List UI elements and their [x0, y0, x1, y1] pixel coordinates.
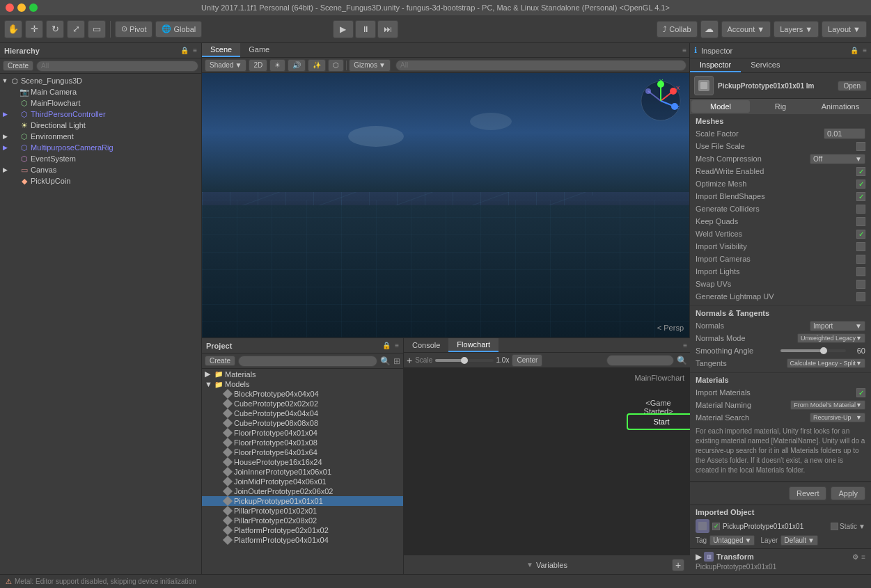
minimize-button[interactable] — [17, 3, 26, 12]
project-item-house[interactable]: HousePrototype16x16x24 — [202, 457, 403, 467]
hierarchy-create-button[interactable]: Create — [3, 61, 33, 71]
hierarchy-lock[interactable]: 🔒 — [180, 47, 189, 54]
project-item-joinmid[interactable]: JoinMidPrototype04x06x01 — [202, 477, 403, 486]
transform-settings-icon[interactable]: ⚙ — [852, 553, 858, 561]
import-materials-checkbox[interactable]: ✓ — [856, 388, 865, 397]
center-button[interactable]: Center — [512, 354, 542, 367]
project-search-icon[interactable]: 🔍 — [380, 356, 391, 366]
material-search-dropdown[interactable]: Recursive-Up ▼ — [810, 413, 865, 422]
hand-tool-button[interactable]: ✋ — [4, 20, 22, 38]
project-item-joinouter[interactable]: JoinOuterPrototype02x06x02 — [202, 486, 403, 496]
inspector-tab[interactable]: Inspector — [690, 58, 741, 72]
layers-button[interactable]: Layers ▼ — [774, 21, 819, 38]
flowchart-add-button[interactable]: + — [407, 355, 412, 366]
read-write-checkbox[interactable]: ✓ — [856, 167, 865, 176]
close-button[interactable] — [6, 3, 14, 12]
generate-lightmap-checkbox[interactable] — [856, 292, 865, 301]
lighting-button[interactable]: ☀ — [269, 59, 285, 72]
services-tab[interactable]: Services — [741, 58, 790, 72]
flowchart-start-node[interactable]: Start — [627, 413, 690, 430]
scale-slider[interactable] — [435, 359, 493, 362]
keep-quads-checkbox[interactable] — [856, 217, 865, 226]
scene-search-input[interactable] — [395, 60, 686, 71]
model-tab[interactable]: Model — [691, 100, 750, 113]
project-item-platform04[interactable]: PlatformPrototype04x01x04 — [202, 535, 403, 545]
hierarchy-item-pickupcoin[interactable]: ▶ ◆ PickUpCoin — [0, 175, 201, 186]
flowchart-tab[interactable]: Flowchart — [448, 338, 499, 352]
project-item-block[interactable]: BlockPrototype04x04x04 — [202, 389, 403, 399]
static-dropdown-icon[interactable]: ▼ — [858, 523, 865, 530]
step-button[interactable]: ⏭ — [377, 20, 398, 38]
project-create-button[interactable]: Create — [205, 356, 235, 366]
hierarchy-item-environment[interactable]: ▶ ⬡ Environment — [0, 131, 201, 142]
transform-menu[interactable]: ≡ — [861, 553, 865, 561]
weld-vertices-checkbox[interactable]: ✓ — [856, 230, 865, 239]
hierarchy-item-eventsystem[interactable]: ▶ ⬡ EventSystem — [0, 153, 201, 164]
apply-button[interactable]: Apply — [831, 486, 865, 500]
project-filter-icon[interactable]: ⊞ — [393, 356, 400, 366]
scene-gizmo[interactable]: X Y Z — [638, 79, 684, 124]
project-item-cube02[interactable]: CubePrototype02x02x02 — [202, 399, 403, 408]
flowchart-search-icon[interactable]: 🔍 — [677, 356, 687, 365]
hierarchy-menu[interactable]: ≡ — [193, 47, 197, 54]
project-item-cube04[interactable]: CubePrototype04x04x04 — [202, 408, 403, 418]
project-menu[interactable]: ≡ — [395, 342, 399, 349]
scale-tool-button[interactable]: ⤢ — [67, 20, 85, 38]
project-item-models[interactable]: ▼ 📁 Models — [202, 379, 403, 389]
tangents-dropdown[interactable]: Calculate Legacy - Split ▼ — [787, 358, 865, 368]
hierarchy-item-scene[interactable]: ▼ ⬡ Scene_Fungus3D — [0, 75, 201, 86]
scene-tab[interactable]: Scene — [202, 43, 240, 57]
global-button[interactable]: 🌐 Global — [155, 21, 202, 38]
audio-button[interactable]: 🔊 — [288, 59, 306, 72]
generate-colliders-checkbox[interactable] — [856, 205, 865, 214]
hierarchy-item-mainflowchart[interactable]: ▶ ⬡ MainFlowchart — [0, 97, 201, 109]
import-visibility-checkbox[interactable] — [856, 242, 865, 251]
hierarchy-search-input[interactable] — [36, 61, 198, 72]
import-cameras-checkbox[interactable] — [856, 255, 865, 264]
animations-tab[interactable]: Animations — [811, 100, 870, 113]
use-file-scale-checkbox[interactable] — [856, 142, 865, 151]
console-tab[interactable]: Console — [404, 339, 448, 351]
revert-button[interactable]: Revert — [789, 486, 826, 500]
play-button[interactable]: ▶ — [333, 20, 354, 38]
static-checkbox[interactable] — [831, 523, 838, 530]
project-lock[interactable]: 🔒 — [382, 342, 391, 349]
maximize-button[interactable] — [29, 3, 38, 12]
game-tab[interactable]: Game — [240, 43, 278, 57]
collab-button[interactable]: ⤴ Collab — [657, 21, 697, 38]
flowchart-search-input[interactable] — [606, 355, 674, 366]
mesh-compression-dropdown[interactable]: Off ▼ — [810, 154, 865, 164]
variables-add-button[interactable]: + — [672, 559, 684, 571]
project-item-floor08[interactable]: FloorPrototype04x01x08 — [202, 438, 403, 447]
shading-mode-button[interactable]: Shaded ▼ — [205, 59, 246, 72]
optimize-mesh-checkbox[interactable]: ✓ — [856, 180, 865, 189]
material-naming-dropdown[interactable]: From Model's Material ▼ — [790, 400, 865, 410]
pivot-button[interactable]: ⊙ Pivot — [115, 21, 152, 38]
scene-panel-menu[interactable]: ≡ — [682, 47, 686, 54]
move-tool-button[interactable]: ✛ — [25, 20, 43, 38]
inspector-lock[interactable]: 🔒 — [850, 47, 858, 54]
project-item-platform02[interactable]: PlatformPrototype02x01x02 — [202, 525, 403, 535]
project-item-materials[interactable]: ▶ 📁 Materials — [202, 369, 403, 379]
fx-button[interactable]: ✨ — [308, 59, 326, 72]
hierarchy-item-thirdperson[interactable]: ▶ ⬡ ThirdPersonController — [0, 109, 201, 120]
project-item-floor04[interactable]: FloorPrototype04x01x04 — [202, 428, 403, 438]
rotate-tool-button[interactable]: ↻ — [46, 20, 64, 38]
cf-panel-menu[interactable]: ≡ — [683, 342, 687, 349]
2d-button[interactable]: 2D — [249, 59, 267, 72]
project-item-pillar02[interactable]: PillarPrototype02x08x02 — [202, 516, 403, 525]
imported-object-checkbox[interactable]: ✓ — [712, 523, 720, 530]
smoothing-thumb[interactable] — [820, 347, 827, 354]
hierarchy-item-multipurpose[interactable]: ▶ ⬡ MultipurposeCameraRig — [0, 142, 201, 153]
pause-button[interactable]: ⏸ — [355, 20, 376, 38]
project-item-pillar01[interactable]: PillarPrototype01x02x01 — [202, 506, 403, 516]
rect-tool-button[interactable]: ▭ — [88, 20, 106, 38]
layout-button[interactable]: Layout ▼ — [822, 21, 867, 38]
cloud-button[interactable]: ☁ — [700, 20, 719, 38]
project-item-joininner[interactable]: JoinInnerPrototype01x06x01 — [202, 467, 403, 477]
account-button[interactable]: Account ▼ — [721, 21, 771, 38]
import-blendshapes-checkbox[interactable]: ✓ — [856, 192, 865, 201]
smoothing-angle-slider[interactable] — [780, 349, 846, 352]
hierarchy-item-canvas[interactable]: ▶ ▭ Canvas — [0, 164, 201, 175]
layer-dropdown[interactable]: Default ▼ — [780, 535, 818, 546]
